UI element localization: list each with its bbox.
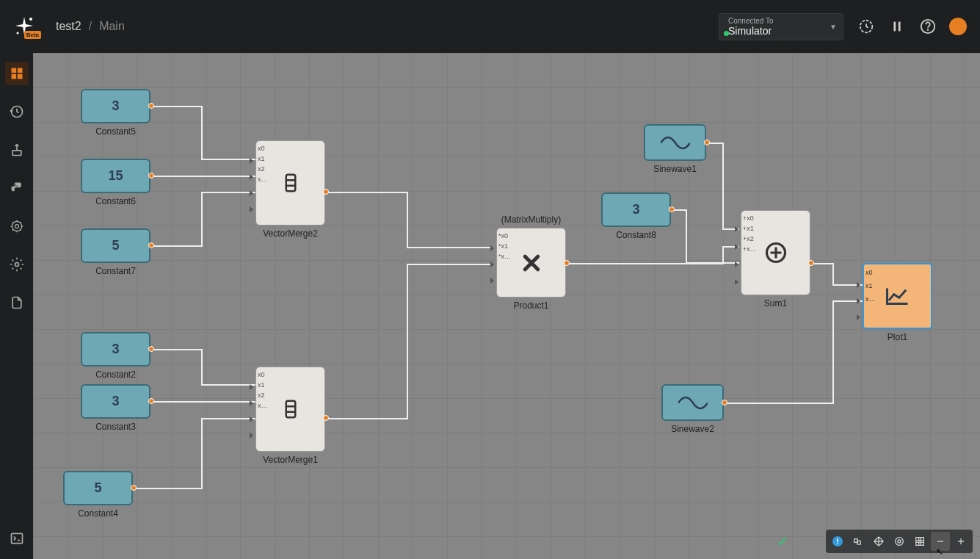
connection-dropdown[interactable]: Connected To Simulator ▼ <box>719 13 843 40</box>
sidebar-item-settings[interactable] <box>5 253 29 276</box>
block-constant3[interactable]: 3 Constant3 <box>81 384 150 419</box>
input-port[interactable] <box>250 158 253 164</box>
svg-point-0 <box>29 18 32 21</box>
svg-point-26 <box>896 538 904 546</box>
svg-rect-7 <box>11 68 16 73</box>
svg-rect-10 <box>17 74 22 79</box>
svg-rect-16 <box>286 175 295 192</box>
block-constant2[interactable]: 3 Constant2 <box>81 332 150 367</box>
output-port[interactable] <box>323 415 329 421</box>
block-constant4[interactable]: 5 Constant4 <box>63 471 133 505</box>
info-button[interactable]: ! <box>828 532 847 551</box>
status-toolbar: ! <box>826 530 973 553</box>
block-sum1[interactable]: +x0 +x1 +x2 +x… Sum1 <box>741 210 810 295</box>
connection-label: Connected To <box>728 17 821 25</box>
svg-rect-11 <box>12 151 21 156</box>
output-port[interactable] <box>669 206 675 212</box>
input-port[interactable] <box>490 262 494 267</box>
output-port[interactable] <box>722 400 727 405</box>
pan-button[interactable] <box>869 532 888 551</box>
avatar[interactable] <box>949 18 967 35</box>
input-port[interactable] <box>250 384 253 390</box>
svg-rect-8 <box>17 68 22 73</box>
input-port[interactable] <box>490 278 494 284</box>
grid-button[interactable] <box>910 532 929 551</box>
svg-rect-9 <box>11 74 16 79</box>
sine-icon <box>678 394 708 412</box>
chevron-down-icon: ▼ <box>830 23 837 31</box>
breadcrumb: test2 / Main <box>56 20 125 33</box>
output-port[interactable] <box>704 140 710 145</box>
input-port[interactable] <box>735 279 738 285</box>
connection-value: Simulator <box>728 25 821 37</box>
svg-rect-15 <box>11 533 22 543</box>
sidebar-item-file[interactable] <box>5 291 29 314</box>
sidebar-item-export[interactable] <box>5 138 29 162</box>
pause-icon[interactable] <box>889 18 905 35</box>
center-button[interactable] <box>890 532 909 551</box>
svg-rect-27 <box>916 538 924 546</box>
input-port[interactable] <box>250 206 253 212</box>
output-port[interactable] <box>131 485 137 491</box>
multiply-icon <box>520 252 542 274</box>
help-icon[interactable] <box>920 18 936 35</box>
input-port[interactable] <box>250 190 253 196</box>
sync-icon[interactable] <box>858 18 874 35</box>
svg-rect-4 <box>899 22 901 32</box>
svg-point-25 <box>898 540 901 543</box>
layers-button[interactable] <box>849 532 868 551</box>
input-port[interactable] <box>857 298 860 304</box>
block-constant8[interactable]: 3 Constant8 <box>601 192 671 227</box>
block-constant6[interactable]: 15 Constant6 <box>81 159 150 193</box>
breadcrumb-project[interactable]: test2 <box>56 20 81 33</box>
input-port[interactable] <box>735 226 738 232</box>
block-plot1[interactable]: x0 x1 x… Plot1 <box>863 263 932 329</box>
block-constant7[interactable]: 5 Constant7 <box>81 228 150 263</box>
input-port[interactable] <box>857 282 860 288</box>
output-port[interactable] <box>148 242 154 248</box>
output-port[interactable] <box>564 260 570 266</box>
sidebar-item-terminal[interactable] <box>5 527 29 550</box>
input-port[interactable] <box>250 174 253 180</box>
sidebar-item-history[interactable] <box>5 100 29 123</box>
block-product1[interactable]: *x0 *x1 *x… (MatrixMultiply) Product1 <box>496 228 566 297</box>
output-port[interactable] <box>148 173 154 178</box>
input-port[interactable] <box>250 433 253 439</box>
output-port[interactable] <box>148 103 154 109</box>
canvas[interactable]: 3 Constant5 15 Constant6 5 Constant7 3 C… <box>33 53 980 559</box>
chart-icon <box>885 285 910 307</box>
vector-icon <box>280 398 302 420</box>
info-icon: ! <box>832 536 843 547</box>
input-port[interactable] <box>735 262 738 267</box>
input-port[interactable] <box>490 245 494 251</box>
block-vectormerge1[interactable]: x0 x1 x2 x… VectorMerge1 <box>255 367 325 452</box>
sidebar-item-blocks[interactable] <box>5 62 29 85</box>
beta-badge: Beta <box>24 31 41 39</box>
block-constant5[interactable]: 3 Constant5 <box>81 89 150 123</box>
svg-point-13 <box>15 225 18 228</box>
svg-rect-3 <box>893 22 896 32</box>
output-port[interactable] <box>148 346 154 352</box>
block-vectormerge2[interactable]: x0 x1 x2 x… VectorMerge2 <box>255 140 325 226</box>
sine-icon <box>661 134 690 152</box>
output-port[interactable] <box>148 398 154 404</box>
block-sinewave1[interactable]: Sinewave1 <box>644 124 706 161</box>
output-port[interactable] <box>808 260 814 266</box>
input-port[interactable] <box>250 416 253 422</box>
svg-point-6 <box>928 29 929 30</box>
vector-icon <box>280 172 302 194</box>
sidebar-item-rust[interactable] <box>5 214 29 238</box>
svg-rect-19 <box>286 401 295 418</box>
input-port[interactable] <box>735 244 738 250</box>
input-port[interactable] <box>857 314 860 320</box>
input-port[interactable] <box>250 400 253 406</box>
breadcrumb-page[interactable]: Main <box>99 20 125 33</box>
block-sinewave2[interactable]: Sinewave2 <box>661 384 724 421</box>
app-logo[interactable]: Beta <box>13 15 35 37</box>
output-port[interactable] <box>323 189 329 195</box>
sidebar-item-python[interactable] <box>5 176 29 200</box>
svg-point-1 <box>17 32 19 35</box>
zoom-in-button[interactable] <box>951 532 970 551</box>
status-dot-icon <box>724 31 729 36</box>
zoom-out-button[interactable] <box>931 532 950 551</box>
